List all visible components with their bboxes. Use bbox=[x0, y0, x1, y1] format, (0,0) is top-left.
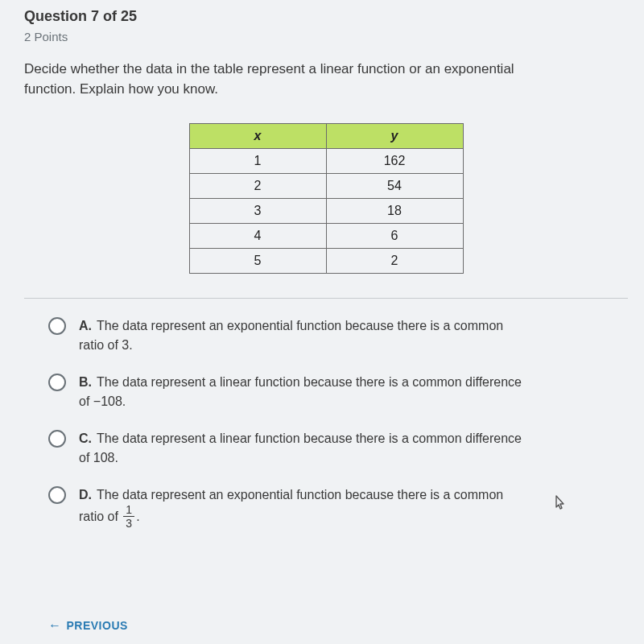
radio-icon[interactable] bbox=[48, 317, 66, 335]
radio-icon[interactable] bbox=[48, 486, 66, 504]
table-header-y: y bbox=[326, 124, 463, 149]
choice-b[interactable]: B.The data represent a linear function b… bbox=[48, 373, 604, 411]
section-divider bbox=[24, 298, 628, 299]
fraction-icon: 13 bbox=[123, 504, 134, 529]
table-row: 2 54 bbox=[189, 174, 463, 199]
data-table-container: x y 1 162 2 54 3 18 4 6 bbox=[24, 123, 628, 274]
choice-letter: A. bbox=[79, 319, 92, 332]
choice-a[interactable]: A.The data represent an exponential func… bbox=[48, 316, 604, 355]
answer-choices: A.The data represent an exponential func… bbox=[24, 316, 628, 530]
arrow-left-icon: ← bbox=[48, 618, 62, 633]
fraction-denominator: 3 bbox=[123, 517, 134, 529]
table-cell-x: 2 bbox=[189, 174, 326, 199]
question-prompt: Decide whether the data in the table rep… bbox=[24, 60, 523, 99]
question-number: Question 7 of 25 bbox=[24, 8, 628, 25]
table-cell-x: 3 bbox=[189, 199, 326, 224]
table-cell-y: 162 bbox=[326, 149, 463, 174]
previous-label: PREVIOUS bbox=[67, 619, 128, 632]
previous-button[interactable]: ← PREVIOUS bbox=[48, 618, 128, 633]
choice-b-text: B.The data represent a linear function b… bbox=[79, 373, 530, 411]
radio-icon[interactable] bbox=[48, 430, 66, 448]
table-row: 1 162 bbox=[189, 149, 463, 174]
fraction-numerator: 1 bbox=[123, 504, 134, 517]
choice-content-before: The data represent an exponential functi… bbox=[79, 488, 503, 523]
table-cell-y: 6 bbox=[326, 224, 463, 249]
table-cell-y: 54 bbox=[326, 174, 463, 199]
choice-content-after: . bbox=[136, 510, 139, 523]
choice-letter: D. bbox=[79, 488, 92, 502]
choice-content: The data represent a linear function bec… bbox=[79, 375, 522, 408]
choice-letter: B. bbox=[79, 375, 92, 389]
table-cell-x: 5 bbox=[189, 249, 326, 274]
choice-content: The data represent an exponential functi… bbox=[79, 319, 503, 352]
radio-icon[interactable] bbox=[48, 374, 66, 391]
choice-c-text: C.The data represent a linear function b… bbox=[79, 429, 530, 468]
table-cell-x: 1 bbox=[189, 149, 326, 174]
table-row: 5 2 bbox=[189, 249, 463, 274]
table-row: 4 6 bbox=[189, 224, 463, 249]
table-cell-y: 18 bbox=[326, 199, 463, 224]
choice-letter: C. bbox=[79, 431, 92, 445]
table-cell-y: 2 bbox=[326, 249, 463, 274]
choice-content: The data represent a linear function bec… bbox=[79, 431, 522, 464]
choice-d[interactable]: D.The data represent an exponential func… bbox=[48, 485, 604, 530]
points-label: 2 Points bbox=[24, 30, 628, 43]
data-table: x y 1 162 2 54 3 18 4 6 bbox=[189, 123, 464, 274]
choice-d-text: D.The data represent an exponential func… bbox=[79, 485, 530, 530]
table-header-x: x bbox=[189, 124, 326, 149]
choice-a-text: A.The data represent an exponential func… bbox=[79, 316, 530, 355]
choice-c[interactable]: C.The data represent a linear function b… bbox=[48, 429, 604, 468]
table-row: 3 18 bbox=[189, 199, 463, 224]
table-cell-x: 4 bbox=[189, 224, 326, 249]
